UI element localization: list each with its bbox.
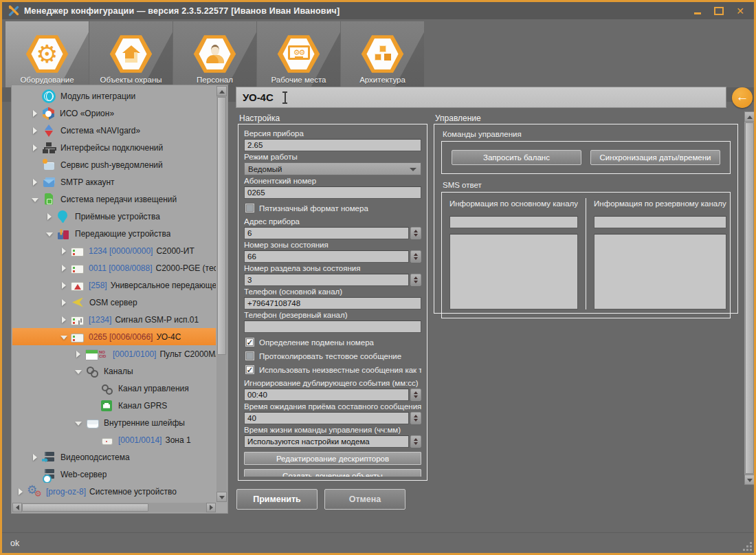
expander-icon[interactable] <box>89 380 98 397</box>
back-button[interactable] <box>732 87 753 108</box>
stepper-input[interactable]: 6 <box>244 227 409 239</box>
tree-item[interactable]: Каналы <box>12 362 216 380</box>
tree-item[interactable]: Внутренние шлейфы <box>12 414 216 431</box>
tree-item[interactable]: 1234 [0000/0000] С2000-ИТ <box>12 242 216 259</box>
apply-button[interactable]: Применить <box>236 489 318 510</box>
minimize-icon[interactable] <box>693 6 702 17</box>
tree-item[interactable]: Web-сервер <box>12 466 216 483</box>
checkbox[interactable] <box>245 204 254 213</box>
stepper-input[interactable]: Используются настройки модема <box>244 435 409 448</box>
expander-icon[interactable] <box>31 191 40 208</box>
combo-box[interactable]: Ведомый <box>244 162 421 175</box>
tree-vertical-scrollbar[interactable] <box>216 86 227 502</box>
tree-item[interactable]: Канал управления <box>12 380 216 397</box>
expander-icon[interactable] <box>45 225 54 242</box>
tree-item[interactable]: ИСО «Орион» <box>12 105 216 122</box>
stepper-arrows-icon[interactable] <box>410 389 421 401</box>
scroll-down-icon[interactable] <box>216 492 227 502</box>
expander-icon[interactable] <box>31 105 40 122</box>
expander-icon[interactable] <box>60 328 69 345</box>
form-button[interactable]: Редактирование дескрипторов <box>244 452 421 465</box>
scroll-left-icon[interactable] <box>12 503 22 512</box>
expander-icon[interactable] <box>60 311 69 328</box>
tree-item[interactable]: 0011 [0008/0088] C2000-PGE (тест) <box>12 259 216 276</box>
checkbox-row[interactable]: Пятизначный формат номера <box>245 204 421 213</box>
tree-item[interactable]: Канал GPRS <box>12 397 216 414</box>
checkbox[interactable] <box>245 351 254 360</box>
device-name-input[interactable]: УО-4С <box>236 87 726 108</box>
stepper-arrows-icon[interactable] <box>410 435 421 448</box>
text-input[interactable]: 2.65 <box>244 139 421 151</box>
tree-item[interactable]: Система передачи извещений <box>12 191 216 208</box>
tree-item[interactable]: Система «NAVIgard» <box>12 122 216 139</box>
tree-item[interactable]: [0001/0014] Зона 1 <box>12 431 216 448</box>
expander-icon[interactable] <box>16 483 25 500</box>
sms-info-input[interactable] <box>594 216 726 228</box>
checkbox[interactable] <box>245 365 254 374</box>
expander-icon[interactable] <box>60 259 69 276</box>
stepper-input[interactable]: 40 <box>244 412 409 424</box>
editor-vertical-scrollbar[interactable] <box>744 111 754 485</box>
close-icon[interactable]: ✕ <box>736 6 744 17</box>
expander-icon[interactable] <box>31 156 40 173</box>
scrollbar-thumb[interactable] <box>22 503 148 512</box>
tab[interactable]: Рабочие места <box>257 21 340 87</box>
tab[interactable]: Персонал <box>173 21 256 87</box>
expander-icon[interactable] <box>89 431 98 448</box>
expander-icon[interactable] <box>60 294 69 311</box>
tree-item[interactable]: [258] Универсальное передающее уст <box>12 276 216 294</box>
expander-icon[interactable] <box>74 414 83 431</box>
sms-textarea[interactable] <box>449 234 578 309</box>
scroll-down-icon[interactable] <box>744 475 754 485</box>
text-input[interactable] <box>244 320 421 333</box>
tree-item[interactable]: Сервис push-уведомлений <box>12 156 216 173</box>
expander-icon[interactable] <box>60 276 69 294</box>
scrollbar-thumb[interactable] <box>745 122 754 474</box>
text-input[interactable]: 0265 <box>244 186 421 199</box>
tab[interactable]: Архитектура <box>341 21 424 87</box>
tree-item[interactable]: Модуль интеграции <box>12 87 216 105</box>
form-button[interactable]: Создать дочерние объекты <box>244 469 421 477</box>
tree-item[interactable]: SMTP аккаунт <box>12 173 216 191</box>
maximize-icon[interactable] <box>714 6 724 17</box>
tree-item[interactable]: 0265 [0006/0066] УО-4С <box>12 328 216 345</box>
command-button[interactable]: Запросить баланс <box>452 150 581 165</box>
checkbox[interactable] <box>245 338 254 347</box>
text-input[interactable]: +79647108748 <box>244 297 421 309</box>
tree-item[interactable]: Приёмные устройства <box>12 208 216 225</box>
tree-item[interactable]: Видеоподсистема <box>12 448 216 466</box>
checkbox-row[interactable]: Определение подмены номера <box>245 338 421 347</box>
command-button[interactable]: Синхронизация даты/времени <box>590 150 720 165</box>
stepper-arrows-icon[interactable] <box>410 227 421 239</box>
expander-icon[interactable] <box>31 87 40 105</box>
tree-item[interactable]: [0001/0100] Пульт С2000М/С2 <box>12 345 216 362</box>
stepper-arrows-icon[interactable] <box>410 250 421 263</box>
stepper-arrows-icon[interactable] <box>410 412 421 424</box>
expander-icon[interactable] <box>60 242 69 259</box>
expander-icon[interactable] <box>31 173 40 191</box>
expander-icon[interactable] <box>45 208 54 225</box>
checkbox-row[interactable]: Использовать неизвестные сообщения как т… <box>245 365 421 374</box>
expander-icon[interactable] <box>74 362 83 380</box>
checkbox-row[interactable]: Протоколировать тестовое сообщение <box>245 351 421 360</box>
stepper-input[interactable]: 66 <box>244 250 409 263</box>
tab[interactable]: Оборудование <box>5 21 89 87</box>
scrollbar-thumb[interactable] <box>217 97 226 355</box>
tree-item[interactable]: [prog-oz-8] Системное устройство <box>12 483 216 500</box>
scroll-up-icon[interactable] <box>744 111 754 122</box>
stepper-input[interactable]: 3 <box>244 274 409 286</box>
expander-icon[interactable] <box>31 466 40 483</box>
sms-info-input[interactable] <box>449 216 578 228</box>
expander-icon[interactable] <box>89 397 98 414</box>
tab[interactable]: Объекты охраны <box>89 21 173 87</box>
expander-icon[interactable] <box>31 122 40 139</box>
sms-textarea[interactable] <box>594 234 726 309</box>
tree-item[interactable]: [1234] Сигнал GSM-P исп.01 <box>12 311 216 328</box>
scroll-up-icon[interactable] <box>216 86 227 96</box>
tree-item[interactable]: Интерфейсы подключений <box>12 139 216 156</box>
scroll-right-icon[interactable] <box>206 503 216 512</box>
expander-icon[interactable] <box>74 345 83 362</box>
resize-grip-icon[interactable] <box>750 549 752 551</box>
expander-icon[interactable] <box>31 139 40 156</box>
tree-horizontal-scrollbar[interactable] <box>12 503 216 512</box>
